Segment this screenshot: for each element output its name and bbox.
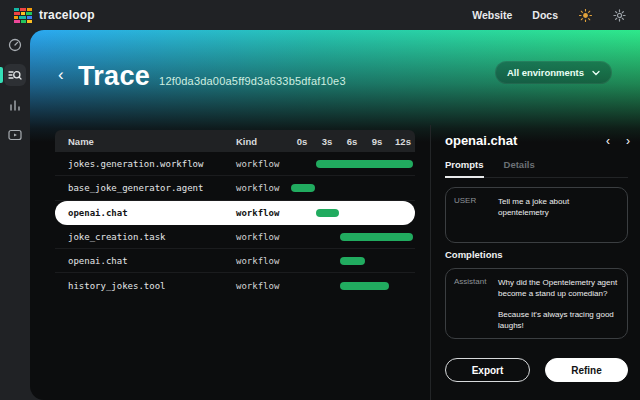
table-row[interactable]: jokes.generation.workflow workflow [55, 152, 415, 176]
sidebar-item-demos[interactable] [4, 124, 26, 146]
table-row[interactable]: history_jokes.tool workflow [55, 273, 415, 297]
completions-heading: Completions [445, 249, 503, 260]
sidebar-item-dashboard[interactable] [4, 34, 26, 56]
table-row[interactable]: base_joke_generator.agent workflow [55, 176, 415, 200]
tab-details[interactable]: Details [504, 159, 535, 177]
prompt-message-card: USER Tell me a joke about opentelemetry [445, 187, 628, 243]
timeline-axis: 0s 3s 6s 9s 12s [290, 130, 415, 152]
export-button[interactable]: Export [445, 358, 530, 382]
table-header: Name Kind 0s 3s 6s 9s 12s [55, 130, 415, 152]
detail-tabs: Prompts Details [445, 159, 628, 178]
video-icon [8, 128, 22, 142]
axis-tick: 6s [347, 136, 358, 147]
refine-button[interactable]: Refine [545, 358, 628, 382]
gauge-icon [8, 38, 22, 52]
environment-selector[interactable]: All environments [495, 61, 612, 84]
message-text: Why did the Opentelemetry agent become a… [498, 277, 619, 330]
table-row[interactable]: openai.chat workflow [55, 249, 415, 273]
message-role: USER [454, 196, 498, 234]
span-duration-bar [291, 184, 315, 192]
main-panel: ‹ Trace 12f0da3da00a5ff9d3a633b5dfaf10e3… [30, 30, 640, 400]
website-link[interactable]: Website [472, 9, 512, 21]
column-header-kind: Kind [236, 136, 257, 147]
axis-tick: 12s [395, 136, 411, 147]
span-duration-bar [340, 257, 365, 265]
sun-theme-icon[interactable] [578, 8, 592, 22]
span-duration-bar [316, 160, 413, 168]
span-detail-panel: openai.chat ‹ › Prompts Details USER Tel… [431, 125, 640, 400]
sidebar-item-analytics[interactable] [4, 94, 26, 116]
docs-link[interactable]: Docs [532, 9, 558, 21]
message-role: Assistant [454, 277, 498, 330]
back-button[interactable]: ‹ [58, 66, 74, 86]
gear-icon[interactable] [612, 8, 626, 22]
active-indicator [0, 67, 3, 83]
bar-chart-icon [8, 98, 22, 112]
span-table: Name Kind 0s 3s 6s 9s 12s jokes.generati… [55, 130, 415, 298]
sidebar [0, 30, 30, 400]
brand[interactable]: traceloop [14, 8, 95, 23]
message-text: Tell me a joke about opentelemetry [498, 196, 619, 234]
trace-search-icon [8, 68, 22, 82]
prev-span-button[interactable]: ‹ [606, 134, 610, 148]
span-duration-bar [340, 233, 413, 241]
span-duration-bar [340, 282, 389, 290]
axis-tick: 3s [322, 136, 333, 147]
table-row-selected[interactable]: openai.chat workflow [55, 201, 415, 225]
sidebar-item-traces[interactable] [4, 64, 26, 86]
page-title: Trace [78, 61, 150, 92]
traceloop-logo-icon [14, 8, 32, 23]
top-bar: traceloop Website Docs [0, 0, 640, 30]
brand-name: traceloop [39, 8, 95, 22]
axis-tick: 9s [372, 136, 383, 147]
tab-prompts[interactable]: Prompts [445, 159, 484, 178]
trace-id: 12f0da3da00a5ff9d3a633b5dfaf10e3 [159, 75, 346, 87]
span-title: openai.chat [445, 133, 517, 148]
table-row[interactable]: joke_creation.task workflow [55, 225, 415, 249]
axis-tick: 0s [297, 136, 308, 147]
column-header-name: Name [68, 136, 94, 147]
span-duration-bar [316, 209, 339, 217]
completion-message-card: Assistant Why did the Opentelemetry agen… [445, 268, 628, 339]
next-span-button[interactable]: › [626, 134, 630, 148]
chevron-down-icon [592, 70, 600, 76]
